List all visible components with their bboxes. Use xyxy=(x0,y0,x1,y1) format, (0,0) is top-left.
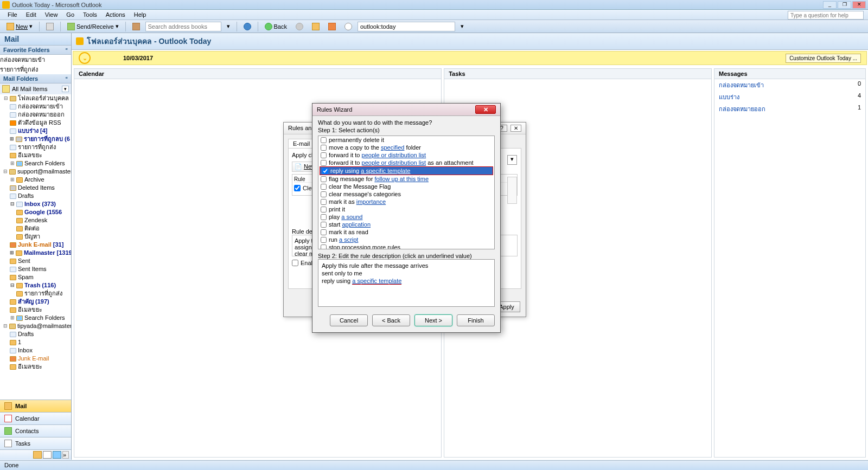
action-link[interactable]: a sound xyxy=(341,214,362,220)
next-button[interactable]: Next > xyxy=(414,314,452,326)
mailfolders-header[interactable]: Mail Folders« xyxy=(0,74,71,83)
help-search-input[interactable] xyxy=(788,11,864,20)
action-row-10[interactable]: play a sound xyxy=(318,213,494,221)
action-checkbox[interactable] xyxy=(321,237,327,243)
folder-drafts[interactable]: Drafts xyxy=(0,192,71,200)
folder-outbox-th[interactable]: กล่องจดหมายออก xyxy=(0,111,71,119)
action-link[interactable]: follow up at this time xyxy=(374,176,429,182)
action-checkbox[interactable] xyxy=(321,191,327,197)
folder-icon[interactable] xyxy=(43,451,52,459)
folder-deleted[interactable]: Deleted Items xyxy=(0,184,71,192)
action-link[interactable]: a specific template xyxy=(361,168,410,174)
action-link[interactable]: importance xyxy=(356,198,386,205)
close-button[interactable]: ✕ xyxy=(852,1,866,9)
folder-personal[interactable]: ⊟โฟลเดอร์ส่วนบุคคล xyxy=(0,94,71,102)
enable-checkbox[interactable] xyxy=(292,260,298,266)
menu-help[interactable]: Help xyxy=(130,11,151,18)
action-checkbox[interactable] xyxy=(321,184,327,190)
nav-tasks[interactable]: Tasks xyxy=(0,437,71,449)
action-row-6[interactable]: clear the Message Flag xyxy=(318,183,494,190)
folder-panha[interactable]: ปัญหา xyxy=(0,233,71,241)
folder-search[interactable]: ⊞Search Folders xyxy=(0,159,71,168)
fav-sent[interactable]: รายการที่ถูกส่ง xyxy=(0,65,71,74)
menu-file[interactable]: File xyxy=(3,11,22,18)
action-checkbox[interactable] xyxy=(321,214,327,220)
folder-zendesk[interactable]: Zendesk xyxy=(0,216,71,224)
folder-mailmaster[interactable]: ⊞Mailmaster [1319 xyxy=(0,249,71,257)
folder-sent-th2[interactable]: รายการที่ถูกส่ง xyxy=(0,289,71,298)
folder-support[interactable]: ⊟support@mailmaster xyxy=(0,168,71,176)
customize-button[interactable]: Customize Outlook Today ... xyxy=(786,54,861,63)
action-checkbox[interactable] xyxy=(321,229,327,235)
folder-junk2[interactable]: Junk E-mail xyxy=(0,355,71,363)
rules-close-button[interactable]: ✕ xyxy=(510,125,521,132)
menu-edit[interactable]: Edit xyxy=(22,11,41,18)
minimize-button[interactable]: _ xyxy=(823,1,837,9)
folder-spam[interactable]: Spam xyxy=(0,273,71,281)
folder-emelse3[interactable]: อีเมลขยะ xyxy=(0,363,71,371)
specific-template-link[interactable]: a specific template xyxy=(352,278,401,285)
menu-view[interactable]: View xyxy=(41,11,62,18)
nav-contacts[interactable]: Contacts xyxy=(0,424,71,437)
help-button[interactable] xyxy=(240,22,254,31)
action-row-3[interactable]: forward it to people or distribution lis… xyxy=(318,159,494,166)
folder-google[interactable]: Google (1556 xyxy=(0,208,71,216)
folder-sent[interactable]: Sent xyxy=(0,257,71,265)
action-row-12[interactable]: mark it as read xyxy=(318,228,494,236)
action-link[interactable]: application xyxy=(342,221,371,228)
action-row-13[interactable]: run a script xyxy=(318,236,494,243)
action-row-5[interactable]: flag message for follow up at this time xyxy=(318,175,494,183)
folder-junk-th[interactable]: อีเมลขยะ xyxy=(0,151,71,159)
favorites-header[interactable]: Favorite Folders« xyxy=(0,46,71,55)
action-checkbox[interactable] xyxy=(321,176,327,182)
folder-search2[interactable]: ⊞Search Folders xyxy=(0,314,71,322)
nav-mail[interactable]: Mail xyxy=(0,400,71,412)
action-row-4[interactable]: reply using a specific template xyxy=(320,166,493,175)
folder-drafts-th[interactable]: แบบร่าง [4] xyxy=(0,127,71,135)
action-row-7[interactable]: clear message's categories xyxy=(318,190,494,198)
folder-inbox2[interactable]: Inbox xyxy=(0,346,71,355)
menu-actions[interactable]: Actions xyxy=(101,11,130,18)
action-link[interactable]: people or distribution list xyxy=(362,152,426,158)
folder-important[interactable]: สำคัญ (197) xyxy=(0,298,71,306)
folder-sentitems[interactable]: Sent Items xyxy=(0,265,71,273)
wizard-actions-list[interactable]: permanently delete itmove a copy to the … xyxy=(318,136,495,249)
fav-inbox[interactable]: กล่องจดหมายเข้า xyxy=(0,55,71,65)
action-row-8[interactable]: mark it as importance xyxy=(318,198,494,205)
folder-sent-th[interactable]: รายการที่ถูกส่ง xyxy=(0,143,71,151)
action-checkbox[interactable] xyxy=(321,145,327,151)
action-row-14[interactable]: stop processing more rules xyxy=(318,243,494,249)
maximize-button[interactable]: ❐ xyxy=(838,1,851,9)
folder-trash[interactable]: ⊟Trash (116) xyxy=(0,281,71,289)
action-checkbox[interactable] xyxy=(322,168,328,174)
action-checkbox[interactable] xyxy=(321,222,327,228)
menu-tools[interactable]: Tools xyxy=(79,11,101,18)
folder-inbox-th[interactable]: กล่องจดหมายเข้า xyxy=(0,102,71,111)
folder-inbox[interactable]: ⊟Inbox (373) xyxy=(0,200,71,208)
action-link[interactable]: a script xyxy=(339,236,358,243)
folder-archive[interactable]: ⊞Archive xyxy=(0,176,71,184)
action-checkbox[interactable] xyxy=(321,199,327,205)
rule-checkbox[interactable] xyxy=(294,185,301,191)
folder-emelse2[interactable]: อีเมลขยะ xyxy=(0,306,71,314)
home-button[interactable] xyxy=(325,22,339,31)
folder-1[interactable]: 1 xyxy=(0,338,71,346)
stop-button[interactable] xyxy=(341,22,355,31)
new-button[interactable]: New ▾ xyxy=(3,22,36,31)
back-button[interactable]: Back xyxy=(261,22,290,31)
folder-tidtor[interactable]: ติดต่อ xyxy=(0,224,71,233)
action-row-0[interactable]: permanently delete it xyxy=(318,136,494,144)
nav-calendar[interactable]: Calendar xyxy=(0,412,71,424)
address-dropdown[interactable]: ▾ xyxy=(457,22,467,31)
msg-row-inbox[interactable]: กล่องจดหมายเข้า0 xyxy=(714,79,865,91)
print-button[interactable] xyxy=(43,22,57,31)
search-addressbook-input[interactable] xyxy=(145,22,221,31)
search-dropdown[interactable]: ▾ xyxy=(224,22,233,31)
addressbook-button[interactable] xyxy=(129,22,143,31)
back-button[interactable]: < Back xyxy=(372,314,410,326)
shortcuts-icon[interactable] xyxy=(53,451,61,459)
action-checkbox[interactable] xyxy=(321,207,327,213)
all-mail-items[interactable]: All Mail Items▾ xyxy=(0,83,71,94)
action-row-2[interactable]: forward it to people or distribution lis… xyxy=(318,151,494,159)
folder-rss[interactable]: ตัวดึงข้อมูล RSS xyxy=(0,119,71,127)
